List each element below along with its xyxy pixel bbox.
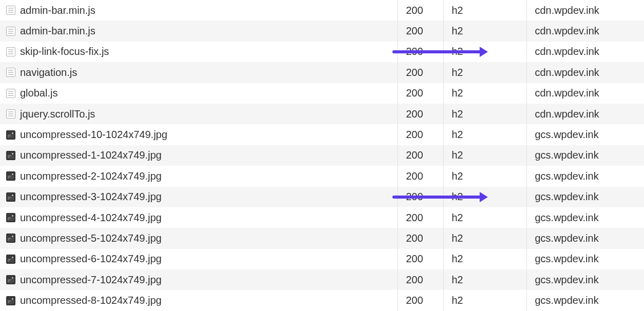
domain-cell: cdn.wpdev.ink bbox=[526, 104, 644, 124]
table-row[interactable]: global.js200h2cdn.wpdev.ink bbox=[0, 83, 644, 104]
table-row[interactable]: uncompressed-3-1024x749.jpg200h2gcs.wpde… bbox=[0, 187, 644, 207]
name-cell[interactable]: uncompressed-2-1024x749.jpg bbox=[0, 166, 397, 186]
name-cell[interactable]: uncompressed-5-1024x749.jpg bbox=[0, 228, 397, 248]
name-cell[interactable]: skip-link-focus-fix.js bbox=[0, 42, 397, 62]
script-file-icon bbox=[6, 68, 15, 77]
image-file-icon bbox=[6, 171, 15, 181]
table-row[interactable]: uncompressed-2-1024x749.jpg200h2gcs.wpde… bbox=[0, 166, 644, 186]
domain-value: cdn.wpdev.ink bbox=[535, 46, 599, 57]
table-row[interactable]: uncompressed-1-1024x749.jpg200h2gcs.wpde… bbox=[0, 145, 644, 166]
status-code: 200 bbox=[406, 274, 423, 285]
domain-cell: cdn.wpdev.ink bbox=[526, 21, 644, 41]
name-cell[interactable]: uncompressed-7-1024x749.jpg bbox=[0, 269, 397, 290]
status-cell: 200 bbox=[397, 269, 443, 290]
request-name: navigation.js bbox=[20, 67, 77, 79]
status-code: 200 bbox=[406, 67, 423, 78]
name-cell[interactable]: admin-bar.min.js bbox=[0, 21, 397, 41]
table-row[interactable]: jquery.scrollTo.js200h2cdn.wpdev.ink bbox=[0, 104, 644, 124]
domain-value: gcs.wpdev.ink bbox=[535, 212, 599, 223]
protocol-value: h2 bbox=[452, 25, 463, 36]
request-name: uncompressed-1-1024x749.jpg bbox=[20, 149, 162, 161]
domain-cell: cdn.wpdev.ink bbox=[526, 62, 644, 83]
domain-cell: gcs.wpdev.ink bbox=[526, 124, 644, 145]
domain-value: gcs.wpdev.ink bbox=[535, 170, 599, 182]
protocol-value: h2 bbox=[452, 295, 463, 306]
status-code: 200 bbox=[406, 232, 423, 244]
domain-value: gcs.wpdev.ink bbox=[535, 149, 599, 161]
image-file-icon bbox=[6, 234, 15, 243]
status-cell: 200 bbox=[397, 145, 443, 166]
table-row[interactable]: admin-bar.min.js200h2cdn.wpdev.ink bbox=[0, 21, 644, 41]
domain-cell: cdn.wpdev.ink bbox=[526, 42, 644, 62]
name-cell[interactable]: uncompressed-6-1024x749.jpg bbox=[0, 249, 397, 269]
request-name: uncompressed-2-1024x749.jpg bbox=[20, 170, 162, 182]
protocol-value: h2 bbox=[452, 87, 463, 99]
request-name: admin-bar.min.js bbox=[20, 25, 96, 37]
status-code: 200 bbox=[406, 46, 423, 57]
protocol-cell: h2 bbox=[443, 207, 526, 228]
domain-cell: cdn.wpdev.ink bbox=[526, 83, 644, 104]
request-name: jquery.scrollTo.js bbox=[20, 108, 95, 120]
domain-value: cdn.wpdev.ink bbox=[535, 108, 599, 120]
name-cell[interactable]: jquery.scrollTo.js bbox=[0, 104, 397, 124]
image-file-icon bbox=[6, 151, 15, 160]
table-row[interactable]: admin-bar.min.js200h2cdn.wpdev.ink bbox=[0, 0, 644, 21]
domain-value: cdn.wpdev.ink bbox=[535, 25, 599, 36]
request-name: uncompressed-6-1024x749.jpg bbox=[20, 253, 162, 265]
status-cell: 200 bbox=[397, 124, 443, 145]
protocol-cell: h2 bbox=[443, 269, 526, 290]
request-name: uncompressed-5-1024x749.jpg bbox=[20, 232, 162, 244]
protocol-value: h2 bbox=[452, 212, 463, 223]
script-file-icon bbox=[6, 89, 15, 98]
protocol-value: h2 bbox=[452, 129, 463, 140]
table-row[interactable]: uncompressed-6-1024x749.jpg200h2gcs.wpde… bbox=[0, 249, 644, 269]
script-file-icon bbox=[6, 27, 15, 36]
name-cell[interactable]: admin-bar.min.js bbox=[0, 0, 397, 21]
name-cell[interactable]: uncompressed-3-1024x749.jpg bbox=[0, 187, 397, 207]
protocol-cell: h2 bbox=[443, 124, 526, 145]
script-file-icon bbox=[6, 47, 15, 56]
network-request-table[interactable]: admin-bar.min.js200h2cdn.wpdev.inkadmin-… bbox=[0, 0, 644, 311]
name-cell[interactable]: uncompressed-4-1024x749.jpg bbox=[0, 207, 397, 228]
status-code: 200 bbox=[406, 25, 423, 36]
domain-value: gcs.wpdev.ink bbox=[535, 295, 599, 306]
protocol-value: h2 bbox=[452, 108, 463, 120]
request-name: admin-bar.min.js bbox=[20, 5, 96, 16]
domain-value: gcs.wpdev.ink bbox=[535, 129, 599, 140]
name-cell[interactable]: global.js bbox=[0, 83, 397, 104]
image-file-icon bbox=[6, 192, 15, 202]
table-row[interactable]: uncompressed-8-1024x749.jpg200h2gcs.wpde… bbox=[0, 290, 644, 310]
table-row[interactable]: uncompressed-7-1024x749.jpg200h2gcs.wpde… bbox=[0, 269, 644, 290]
status-cell: 200 bbox=[397, 228, 443, 248]
status-code: 200 bbox=[406, 108, 423, 120]
status-code: 200 bbox=[406, 191, 423, 202]
image-file-icon bbox=[6, 255, 15, 264]
status-code: 200 bbox=[406, 149, 423, 161]
domain-cell: gcs.wpdev.ink bbox=[526, 269, 644, 290]
table-row[interactable]: navigation.js200h2cdn.wpdev.ink bbox=[0, 62, 644, 83]
protocol-value: h2 bbox=[452, 67, 463, 78]
table-row[interactable]: skip-link-focus-fix.js200h2cdn.wpdev.ink bbox=[0, 42, 644, 62]
name-cell[interactable]: uncompressed-8-1024x749.jpg bbox=[0, 290, 397, 310]
table-row[interactable]: uncompressed-4-1024x749.jpg200h2gcs.wpde… bbox=[0, 207, 644, 228]
status-cell: 200 bbox=[397, 83, 443, 104]
image-file-icon bbox=[6, 296, 15, 305]
domain-value: cdn.wpdev.ink bbox=[535, 87, 599, 99]
protocol-cell: h2 bbox=[443, 187, 526, 207]
protocol-value: h2 bbox=[452, 274, 463, 285]
status-code: 200 bbox=[406, 253, 423, 264]
status-code: 200 bbox=[406, 87, 423, 99]
table-row[interactable]: uncompressed-10-1024x749.jpg200h2gcs.wpd… bbox=[0, 124, 644, 145]
name-cell[interactable]: uncompressed-1-1024x749.jpg bbox=[0, 145, 397, 166]
domain-cell: gcs.wpdev.ink bbox=[526, 145, 644, 166]
protocol-cell: h2 bbox=[443, 83, 526, 104]
name-cell[interactable]: uncompressed-10-1024x749.jpg bbox=[0, 124, 397, 145]
domain-value: gcs.wpdev.ink bbox=[535, 232, 599, 244]
table-row[interactable]: uncompressed-5-1024x749.jpg200h2gcs.wpde… bbox=[0, 228, 644, 248]
domain-cell: gcs.wpdev.ink bbox=[526, 228, 644, 248]
status-code: 200 bbox=[406, 295, 423, 306]
status-cell: 200 bbox=[397, 42, 443, 62]
name-cell[interactable]: navigation.js bbox=[0, 62, 397, 83]
domain-value: gcs.wpdev.ink bbox=[535, 274, 599, 285]
protocol-value: h2 bbox=[452, 191, 463, 202]
